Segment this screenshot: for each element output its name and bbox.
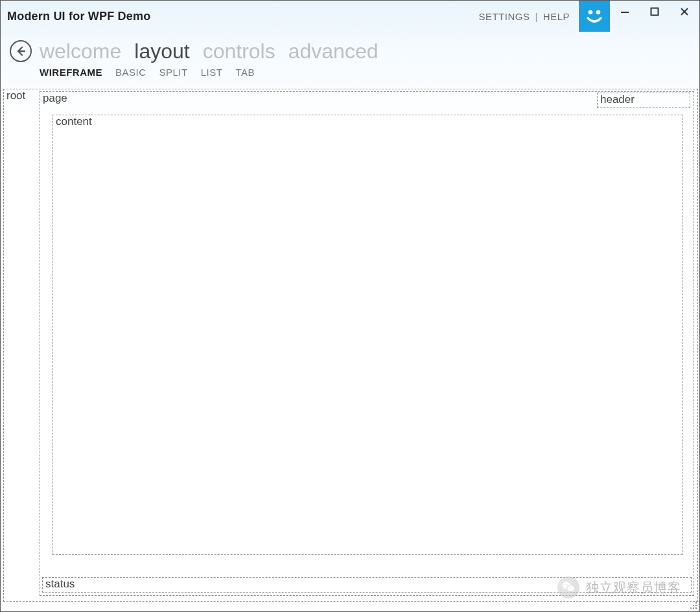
svg-rect-2 xyxy=(621,12,629,13)
tab-advanced[interactable]: advanced xyxy=(288,41,379,62)
settings-link[interactable]: SETTINGS xyxy=(474,10,533,23)
title-links: SETTINGS | HELP xyxy=(474,10,574,23)
svg-rect-10 xyxy=(690,607,692,609)
wireframe-status-label: status xyxy=(45,578,75,591)
main-tabs: welcome layout controls advanced xyxy=(40,41,378,62)
maximize-icon xyxy=(650,7,659,16)
app-window: Modern UI for WPF Demo SETTINGS | HELP xyxy=(0,0,700,612)
subtab-list[interactable]: LIST xyxy=(201,67,223,78)
svg-rect-11 xyxy=(693,607,694,609)
back-button[interactable] xyxy=(10,40,32,62)
tab-controls[interactable]: controls xyxy=(203,41,275,62)
wireframe-page-label: page xyxy=(43,92,67,105)
wireframe-area: root page header content status xyxy=(3,89,698,602)
subtab-tab[interactable]: TAB xyxy=(235,67,255,78)
svg-rect-12 xyxy=(695,607,697,609)
title-separator: | xyxy=(533,11,539,22)
main-nav: welcome layout controls advanced xyxy=(10,37,699,65)
arrow-left-icon xyxy=(15,45,27,57)
wireframe-content: content xyxy=(52,115,682,555)
app-title: Modern UI for WPF Demo xyxy=(7,10,150,23)
minimize-icon xyxy=(620,7,629,16)
help-link[interactable]: HELP xyxy=(539,10,574,23)
wireframe-header-label: header xyxy=(600,93,635,106)
svg-point-1 xyxy=(596,10,601,15)
wechat-icon xyxy=(557,576,579,598)
svg-point-0 xyxy=(589,10,593,15)
svg-rect-3 xyxy=(651,8,659,16)
subtab-wireframe[interactable]: WIREFRAME xyxy=(40,67,102,78)
window-controls xyxy=(610,1,699,32)
wireframe-content-label: content xyxy=(56,115,92,128)
sub-nav: WIREFRAME BASIC SPLIT LIST TAB xyxy=(40,67,255,78)
svg-rect-9 xyxy=(695,605,697,606)
tab-welcome[interactable]: welcome xyxy=(40,41,121,62)
minimize-button[interactable] xyxy=(610,2,640,21)
subtab-split[interactable]: SPLIT xyxy=(159,67,188,78)
maximize-button[interactable] xyxy=(640,2,670,21)
titlebar: Modern UI for WPF Demo SETTINGS | HELP xyxy=(1,1,699,32)
svg-rect-8 xyxy=(693,605,694,606)
smiley-icon[interactable] xyxy=(579,1,610,32)
tab-layout[interactable]: layout xyxy=(134,41,189,62)
close-button[interactable] xyxy=(670,2,699,21)
wireframe-header: header xyxy=(597,93,690,108)
subtab-basic[interactable]: BASIC xyxy=(115,67,146,78)
resize-grip[interactable] xyxy=(689,601,698,610)
titlebar-right: SETTINGS | HELP xyxy=(474,1,699,32)
watermark-text: 独立观察员博客 xyxy=(586,579,681,596)
svg-rect-7 xyxy=(695,602,697,604)
close-icon xyxy=(680,7,689,16)
wireframe-root-label: root xyxy=(6,89,25,102)
watermark: 独立观察员博客 xyxy=(557,576,681,598)
